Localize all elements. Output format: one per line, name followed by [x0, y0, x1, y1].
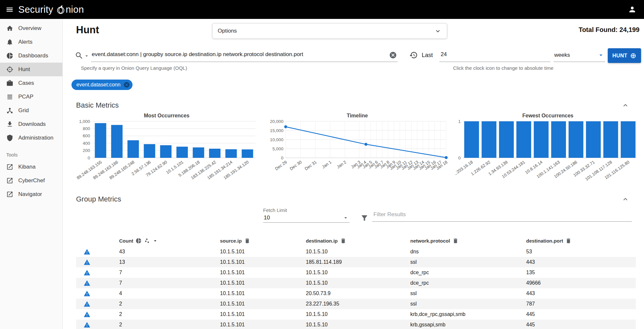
search-icon[interactable] [75, 51, 84, 60]
table-cell: ssl [410, 301, 526, 307]
count-column-label: Count [119, 238, 133, 244]
table-cell: 53 [526, 249, 636, 255]
table-header-destination-ip: destination.ip [306, 238, 410, 244]
user-menu-button[interactable] [625, 2, 639, 17]
filter-results-wrap [372, 210, 632, 222]
group-metrics-controls: Fetch Limit 10 [63, 207, 644, 235]
svg-text:Dec 29: Dec 29 [274, 159, 288, 171]
trash-icon[interactable] [244, 238, 250, 244]
sidebar-tool-navigator[interactable]: Navigator [0, 187, 62, 201]
filter-chip[interactable]: event.dataset:conn [71, 80, 133, 90]
caret-down-icon[interactable] [152, 238, 158, 244]
filter-results-input[interactable] [372, 210, 632, 222]
table-cell: 2 [119, 322, 220, 328]
hunt-crosshair-icon [630, 52, 636, 59]
table-cell: 445 [526, 322, 636, 328]
table-cell: krb,dce_rpc,gssapi,smb [410, 311, 526, 317]
sidebar-item-administration[interactable]: Administration [0, 131, 62, 145]
table-row[interactable]: 210.1.5.10123.227.196.35ssl787 [76, 299, 636, 309]
warning-icon[interactable] [84, 259, 90, 266]
table-cell: 7 [119, 270, 220, 276]
warning-icon[interactable] [84, 301, 90, 307]
warning-icon[interactable] [84, 269, 90, 276]
warning-icon[interactable] [84, 280, 90, 287]
duration-unit-select[interactable]: weeks [554, 50, 605, 62]
fetch-limit-select[interactable]: 10 [263, 213, 350, 223]
duration-input[interactable] [439, 50, 550, 62]
table-cell: 443 [526, 259, 636, 265]
pie-chart-icon[interactable] [135, 238, 142, 244]
table-cell: 10.1.5.101 [220, 280, 306, 286]
table-row[interactable]: 210.1.5.10110.1.5.10krb,gssapi,smb445 [76, 320, 636, 329]
menu-button[interactable] [2, 2, 17, 17]
scatter-icon[interactable] [144, 238, 150, 244]
trash-icon[interactable] [340, 238, 346, 244]
query-input[interactable] [91, 50, 398, 62]
options-dropdown[interactable]: Options [212, 23, 447, 39]
table-cell: 10.1.5.101 [220, 311, 306, 317]
table-row[interactable]: 410.1.5.10120.50.73.9ssl443 [76, 288, 636, 299]
column-label: network.protocol [410, 238, 450, 244]
table-cell: 4 [119, 291, 220, 296]
sidebar-item-overview[interactable]: Overview [0, 22, 62, 35]
chart-title: Most Occurrences [74, 113, 259, 119]
sidebar-item-alerts[interactable]: Alerts [0, 35, 62, 49]
sidebar-item-dashboards[interactable]: Dashboards [0, 49, 62, 63]
fetch-limit-label: Fetch Limit [263, 207, 350, 213]
svg-text:Dec 31: Dec 31 [304, 159, 318, 171]
row-alert-cell [76, 259, 119, 266]
clear-query-icon[interactable] [389, 51, 397, 59]
clock-history-icon[interactable] [409, 51, 418, 59]
sidebar-item-pcap[interactable]: PCAP [0, 90, 62, 104]
sidebar-item-cases[interactable]: Cases [0, 76, 62, 90]
sidebar-tool-kibana[interactable]: Kibana [0, 160, 62, 174]
table-row[interactable]: 1310.1.5.101185.81.114.189ssl443 [76, 257, 636, 267]
filter-icon [360, 214, 369, 222]
svg-text:0: 0 [87, 156, 90, 160]
row-alert-cell [76, 280, 119, 287]
table-row[interactable]: 710.1.5.10110.1.5.10dce_rpc49666 [76, 278, 636, 288]
table-row[interactable]: 210.1.5.10110.1.5.10krb,dce_rpc,gssapi,s… [76, 309, 636, 320]
fewest-occurrences-chart[interactable]: 011.203.16.181.226.62.921.34.93.13910.53… [456, 119, 640, 185]
svg-text:200: 200 [83, 148, 90, 153]
app-logo: Security nion [18, 4, 84, 15]
warning-icon[interactable] [84, 290, 90, 297]
sidebar-item-downloads[interactable]: Downloads [0, 117, 62, 131]
table-row[interactable]: 710.1.5.10110.1.5.10dce_rpc135 [76, 267, 636, 278]
crosshair-icon [6, 66, 13, 73]
table-cell: 185.81.114.189 [306, 259, 410, 265]
sidebar-item-grid[interactable]: Grid [0, 104, 62, 117]
warning-icon[interactable] [84, 311, 90, 318]
basic-metrics-collapse-button[interactable] [621, 101, 629, 109]
time-hint: Click the clock icon to change to absolu… [453, 65, 554, 71]
sidebar-item-hunt[interactable]: Hunt [0, 63, 62, 76]
table-cell: 10.1.5.10 [306, 270, 410, 276]
chip-close-icon[interactable] [123, 82, 130, 88]
sidebar-item-label: Dashboards [18, 52, 48, 59]
table-cell: 135 [526, 270, 636, 276]
page-header: Hunt Options Total Found: 24,199 [63, 19, 644, 44]
group-metrics-collapse-button[interactable] [621, 195, 629, 203]
table-cell: 445 [526, 311, 636, 317]
sidebar-tool-cyberchef[interactable]: CyberChef [0, 174, 62, 187]
topbar: Security nion [0, 0, 644, 19]
warning-icon[interactable] [84, 248, 90, 255]
table-header-row: Countsource.ipdestination.ipnetwork.prot… [76, 235, 636, 247]
hamburger-icon [6, 6, 14, 14]
sidebar-item-label: Administration [18, 135, 54, 141]
table-header-count: Count [119, 238, 220, 244]
most-occurrences-chart-panel: Most Occurrences 02004006008001,00089.24… [74, 113, 259, 186]
hunt-button[interactable]: HUNT [608, 48, 641, 63]
trash-icon[interactable] [452, 238, 459, 244]
table-cell: dns [410, 249, 526, 255]
table-row[interactable]: 4310.1.5.10110.1.5.10dns53 [76, 247, 636, 257]
most-occurrences-chart[interactable]: 02004006008001,00089.248.163.15589.248.1… [74, 119, 259, 185]
table-cell: 10.1.5.10 [306, 311, 410, 317]
warning-icon[interactable] [84, 322, 90, 328]
table-cell: 10.1.5.101 [220, 249, 306, 255]
query-history-caret-icon[interactable] [84, 53, 89, 59]
timeline-chart[interactable]: 05,00010,00015,00020,000Dec 29Dec 30Dec … [265, 119, 449, 185]
svg-text:1.226.62.92: 1.226.62.92 [470, 159, 491, 176]
table-cell: 2 [119, 311, 220, 317]
trash-icon[interactable] [565, 238, 572, 244]
